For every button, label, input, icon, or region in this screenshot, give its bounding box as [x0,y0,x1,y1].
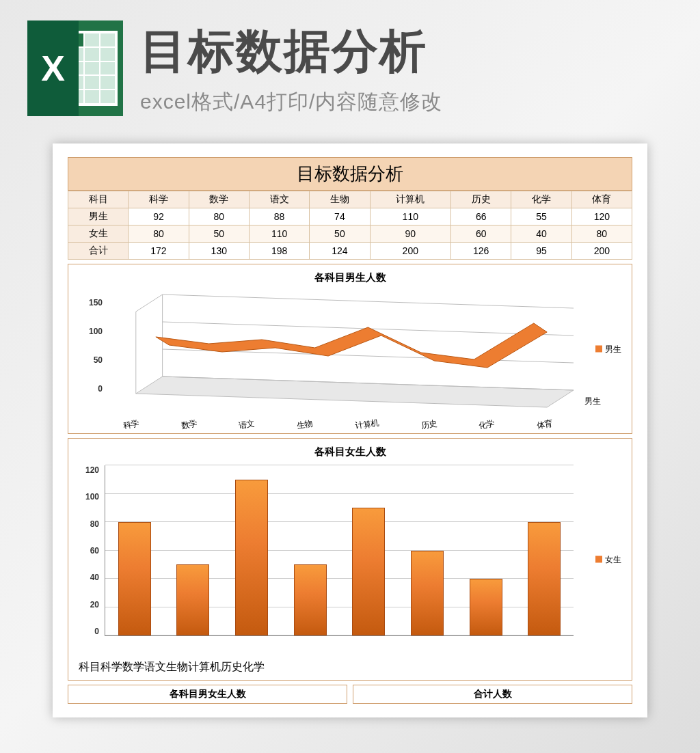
chart-female: 各科目女生人数 女生 120100806040200 科目科学数学语文生物计算机… [68,438,632,681]
table-cell: 110 [370,208,450,225]
chart-combined-title: 各科目男女生人数 [68,685,347,704]
svg-marker-0 [136,376,574,407]
table-cell: 40 [511,225,571,243]
xtick: 数学 [122,661,144,672]
bar [528,522,561,635]
table-cell: 198 [249,243,309,260]
ytick: 100 [89,327,103,336]
column-header: 科学 [129,191,189,208]
ytick: 0 [98,384,103,394]
banner-title: 目标数据分析 [140,20,442,83]
xtick: 历史 [221,661,243,672]
xtick: 化学 [243,661,265,672]
bar [294,564,327,635]
sheet-title: 目标数据分析 [68,157,632,191]
column-header: 数学 [189,191,249,208]
table-row: 合计17213019812420012695200 [68,243,632,260]
table-cell: 200 [571,243,632,260]
table-cell: 50 [310,225,370,243]
xtick: 计算机 [354,417,380,433]
bar [235,480,268,635]
table-cell: 124 [310,243,370,260]
table-cell: 126 [451,243,511,260]
xtick: 化学 [478,417,496,431]
xtick: 生物 [296,417,314,431]
chart-male-plot [109,291,574,428]
column-header: 计算机 [370,191,450,208]
document-page: 目标数据分析 科目科学数学语文生物计算机历史化学体育 男生92808874110… [53,143,647,717]
row-label: 合计 [68,243,129,260]
chart-male-legend: 男生 [595,343,621,355]
table-cell: 80 [129,225,189,243]
table-cell: 80 [571,225,632,243]
ytick: 100 [85,492,99,502]
column-header: 历史 [451,191,511,208]
data-table: 科目科学数学语文生物计算机历史化学体育 男生928088741106655120… [68,191,632,260]
row-label: 男生 [68,208,129,225]
bar [118,522,151,635]
table-cell: 130 [189,243,249,260]
xtick: 体育 [536,417,554,431]
chart-male-title: 各科目男生人数 [79,271,621,284]
column-header: 化学 [511,191,571,208]
table-cell: 60 [451,225,511,243]
table-cell: 95 [511,243,571,260]
svg-marker-8 [156,323,547,368]
table-cell: 110 [249,225,309,243]
xtick: 科学 [122,417,140,431]
chart-female-title: 各科目女生人数 [79,446,621,458]
table-cell: 92 [129,208,189,225]
table-cell: 172 [129,243,189,260]
table-row: 女生80501105090604080 [68,225,632,243]
chart-female-legend: 女生 [595,553,621,565]
chart-male: 各科目男生人数 男生 150100500 [68,264,632,434]
chart-male-depth-label: 男生 [584,396,601,407]
xtick: 语文 [238,417,256,431]
banner-subtitle: excel格式/A4打印/内容随意修改 [140,88,442,116]
table-cell: 120 [571,208,632,225]
ytick: 0 [94,627,99,636]
xtick: 科目 [79,661,100,672]
column-header: 生物 [310,191,370,208]
xtick: 计算机 [188,661,221,672]
ytick: 120 [85,465,99,475]
ytick: 150 [89,298,103,307]
ytick: 80 [90,519,99,529]
table-cell: 90 [370,225,450,243]
xtick: 科学 [100,661,122,672]
svg-line-4 [163,295,574,308]
table-row: 男生928088741106655120 [68,208,632,225]
table-cell: 55 [511,208,571,225]
row-label: 女生 [68,225,129,243]
table-cell: 200 [370,243,450,260]
banner-header: X 目标数据分析 excel格式/A4打印/内容随意修改 [0,0,700,130]
xtick: 生物 [166,661,188,672]
ytick: 40 [90,573,99,582]
svg-line-7 [136,295,163,312]
ytick: 50 [94,355,103,365]
bar [176,564,209,635]
ytick: 60 [90,546,99,556]
column-header: 科目 [68,191,129,208]
table-cell: 50 [189,225,249,243]
chart-total-title: 合计人数 [353,685,632,704]
xtick: 语文 [144,661,166,672]
xtick: 历史 [420,417,438,431]
chart-female-plot [105,465,574,636]
ytick: 20 [90,600,99,610]
table-cell: 80 [189,208,249,225]
table-cell: 74 [310,208,370,225]
bar [411,551,444,636]
column-header: 体育 [571,191,632,208]
column-header: 语文 [249,191,309,208]
bar [470,579,502,635]
excel-x-letter: X [27,20,79,116]
table-cell: 88 [249,208,309,225]
excel-icon: X [27,20,123,116]
xtick: 数学 [180,417,198,431]
bar [352,508,385,635]
table-cell: 66 [451,208,511,225]
